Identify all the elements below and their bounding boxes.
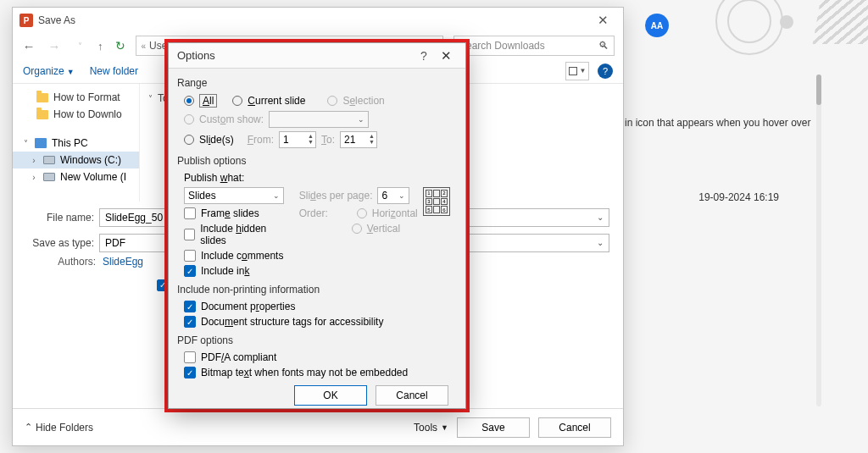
content-timestamp: 19-09-2024 16:19 — [698, 191, 779, 203]
radio-all[interactable] — [184, 96, 194, 106]
drive-icon — [43, 173, 55, 181]
docstruct-checkbox[interactable]: ✓ — [184, 316, 196, 328]
pdfa-checkbox[interactable]: ✓ — [184, 351, 196, 363]
radio-selection-label: Selection — [342, 95, 384, 107]
help-icon[interactable]: ? — [413, 49, 435, 63]
authors-value[interactable]: SlideEgg — [103, 256, 143, 268]
chevron-down-icon[interactable]: ⌄ — [273, 191, 280, 200]
nav-tree: How to Format How to Downlo ˅This PC ›Wi… — [13, 84, 140, 202]
order-label: Order: — [299, 207, 328, 219]
user-avatar[interactable]: AA — [645, 14, 669, 37]
ok-button[interactable]: OK — [294, 385, 367, 406]
group-publish: Publish options — [177, 155, 457, 167]
filename-label: File name: — [26, 212, 94, 224]
ink-label: Include ink — [201, 265, 249, 277]
tools-menu[interactable]: Tools▼ — [414, 422, 448, 434]
publish-what-select[interactable]: Slides⌄ — [184, 187, 284, 204]
frame-checkbox[interactable]: ✓ — [184, 207, 196, 219]
radio-vertical — [352, 224, 362, 234]
frame-label: Frame slides — [201, 207, 259, 219]
hide-folders-toggle[interactable]: ⌃Hide Folders — [25, 422, 93, 434]
options-cancel-button[interactable]: Cancel — [376, 385, 448, 406]
spp-select[interactable]: 6⌄ — [377, 187, 409, 204]
view-mode-button[interactable]: ▼ — [565, 62, 589, 80]
handout-preview-icon: 123456 — [423, 187, 450, 216]
forward-icon[interactable]: → — [47, 39, 62, 53]
spinner-icon[interactable]: ▲▼ — [308, 133, 314, 145]
search-icon: 🔍︎ — [598, 40, 609, 52]
hidden-label: Include hidden slides — [200, 223, 289, 246]
to-input[interactable]: 21▲▼ — [340, 131, 377, 148]
chevron-down-icon[interactable]: ˅ — [21, 139, 30, 148]
chevron-down-icon: ⌃ — [25, 422, 32, 433]
folder-icon — [36, 93, 48, 102]
saveastype-label: Save as type: — [26, 237, 94, 249]
search-input[interactable]: Search Downloads 🔍︎ — [453, 36, 615, 56]
new-folder-button[interactable]: New folder — [90, 65, 138, 77]
chevron-right-icon[interactable]: › — [30, 173, 38, 182]
hidden-checkbox[interactable]: ✓ — [184, 229, 195, 240]
close-icon[interactable]: ✕ — [435, 48, 457, 64]
radio-slides[interactable] — [184, 135, 194, 145]
close-icon[interactable]: ✕ — [589, 13, 616, 28]
radio-vertical-label: Vertical — [367, 223, 400, 235]
page-scrollbar[interactable] — [816, 75, 821, 406]
options-title: Options — [177, 49, 413, 62]
folder-item[interactable]: How to Downlo — [13, 106, 139, 123]
up-icon[interactable]: ↑ — [97, 40, 103, 52]
cancel-button[interactable]: Cancel — [538, 417, 611, 438]
chevron-down-icon[interactable]: ⌄ — [597, 213, 604, 222]
to-label: To: — [321, 134, 335, 146]
powerpoint-icon: P — [19, 14, 33, 27]
radio-horizontal — [357, 208, 367, 218]
radio-all-label: All — [199, 94, 217, 108]
ink-checkbox[interactable]: ✓ — [184, 265, 196, 277]
docstruct-label: Document structure tags for accessibilit… — [201, 316, 383, 328]
pc-icon — [35, 138, 47, 148]
group-range: Range — [177, 77, 457, 89]
group-pdfoptions: PDF options — [177, 334, 457, 346]
decoration-hatch — [813, 0, 868, 44]
radio-customshow — [184, 114, 194, 124]
refresh-icon[interactable]: ↻ — [115, 39, 125, 52]
spp-label: Slides per page: — [299, 190, 373, 202]
chevron-down-icon[interactable]: ⌄ — [597, 238, 604, 247]
radio-slides-label: Slide(s) — [199, 134, 234, 146]
chevron-down-icon[interactable]: ⌄ — [398, 191, 405, 200]
tree-this-pc[interactable]: ˅This PC — [13, 135, 139, 152]
publish-what-label: Publish what: — [184, 172, 244, 184]
bitmap-checkbox[interactable]: ✓ — [184, 367, 196, 378]
help-icon[interactable]: ? — [598, 64, 613, 79]
organize-menu[interactable]: Organize▼ — [23, 65, 75, 77]
content-snippet: in icon that appears when you hover over — [625, 117, 810, 129]
recent-dropdown-icon[interactable]: ˅ — [72, 41, 87, 51]
docprops-label: Document properties — [201, 301, 295, 312]
radio-customshow-label: Custom show: — [199, 113, 264, 125]
chevron-down-icon: ⌄ — [358, 115, 364, 124]
decoration-circle — [715, 0, 783, 55]
spinner-icon[interactable]: ▲▼ — [369, 133, 375, 145]
authors-label: Authors: — [48, 256, 96, 268]
docprops-checkbox[interactable]: ✓ — [184, 301, 196, 312]
decoration-dot — [780, 15, 793, 29]
tree-drive-c[interactable]: ›Windows (C:) — [13, 152, 139, 168]
radio-current[interactable] — [232, 96, 242, 106]
folder-item[interactable]: How to Format — [13, 89, 139, 106]
group-nonprinting: Include non-printing information — [177, 284, 457, 296]
comments-checkbox[interactable]: ✓ — [184, 250, 196, 262]
from-input[interactable]: 1▲▼ — [279, 131, 316, 148]
radio-horizontal-label: Horizontal — [372, 207, 418, 219]
chevron-right-icon[interactable]: › — [30, 156, 38, 165]
options-dialog: Options ? ✕ Range All Current slide Sele… — [168, 42, 466, 409]
from-label: From: — [248, 134, 274, 146]
comments-label: Include comments — [201, 250, 283, 262]
drive-icon — [43, 156, 55, 164]
dialog-title: Save As — [38, 14, 589, 26]
tree-drive-new[interactable]: ›New Volume (I — [13, 168, 139, 185]
save-button[interactable]: Save — [457, 417, 530, 438]
radio-selection — [327, 96, 337, 106]
radio-current-label: Current slide — [248, 95, 305, 107]
back-icon[interactable]: ← — [21, 39, 36, 53]
pdfa-label: PDF/A compliant — [201, 351, 276, 363]
folder-icon — [36, 110, 48, 119]
